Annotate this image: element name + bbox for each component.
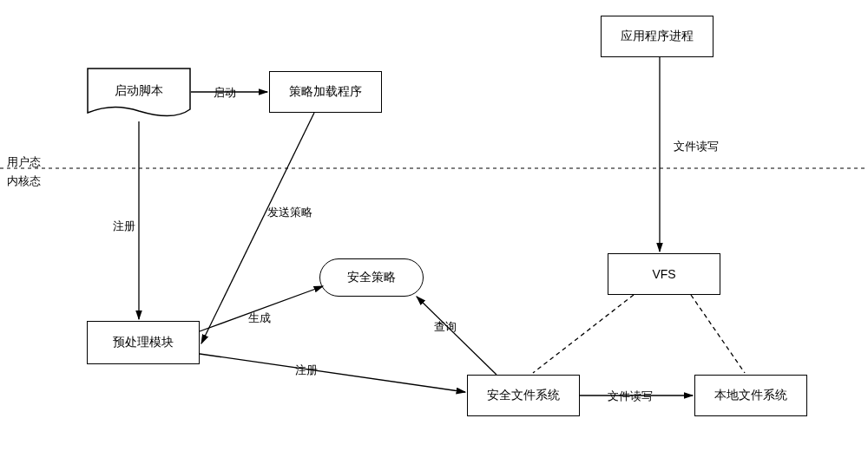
- node-vfs-label: VFS: [652, 267, 675, 281]
- edge-filerw2-label: 文件读写: [608, 389, 653, 404]
- node-preprocess: 预处理模块: [87, 321, 200, 364]
- node-local-fs: 本地文件系统: [694, 375, 807, 416]
- node-local-fs-label: 本地文件系统: [714, 388, 787, 403]
- node-app-process: 应用程序进程: [601, 16, 713, 57]
- svg-line-9: [691, 295, 745, 373]
- edge-filerw-label: 文件读写: [674, 139, 719, 154]
- edge-send-policy-label: 发送策略: [267, 205, 312, 220]
- svg-line-6: [417, 297, 496, 375]
- edge-query-label: 查询: [434, 319, 457, 335]
- edge-register2-label: 注册: [295, 363, 318, 378]
- node-start-script: 启动脚本: [87, 68, 191, 121]
- edge-start-label: 启动: [214, 85, 236, 101]
- node-policy-loader-label: 策略加载程序: [289, 84, 362, 100]
- node-secure-fs: 安全文件系统: [467, 375, 580, 416]
- edge-generate-label: 生成: [248, 310, 271, 326]
- node-start-script-label: 启动脚本: [87, 83, 191, 99]
- node-security-policy-label: 安全策略: [347, 270, 396, 285]
- zone-kernel-label: 内核态: [7, 173, 41, 189]
- node-security-policy: 安全策略: [319, 258, 424, 297]
- edge-register-label: 注册: [113, 219, 135, 234]
- svg-line-3: [201, 113, 314, 343]
- svg-line-8: [533, 295, 634, 373]
- node-vfs: VFS: [608, 253, 720, 295]
- node-preprocess-label: 预处理模块: [113, 335, 174, 350]
- node-secure-fs-label: 安全文件系统: [487, 388, 560, 403]
- node-policy-loader: 策略加载程序: [269, 71, 382, 113]
- zone-user-label: 用户态: [7, 154, 41, 170]
- node-app-process-label: 应用程序进程: [621, 29, 694, 44]
- svg-line-5: [200, 354, 465, 392]
